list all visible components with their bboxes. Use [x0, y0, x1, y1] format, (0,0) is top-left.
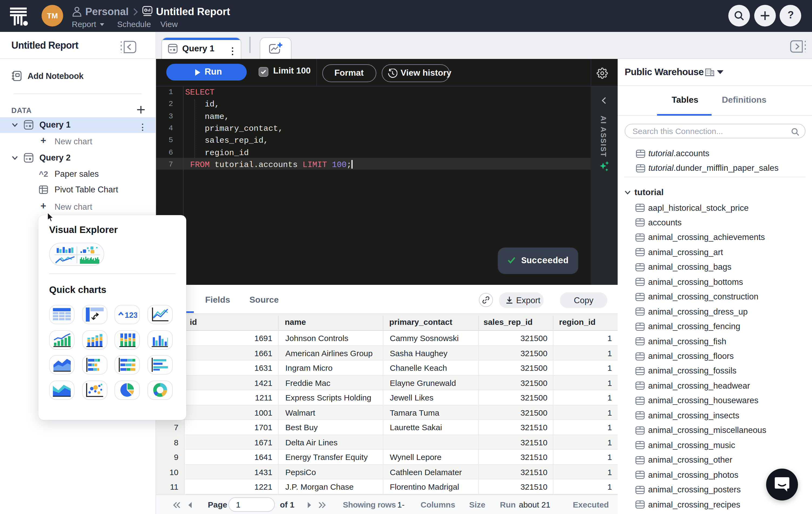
svg-text:123: 123: [124, 311, 137, 318]
